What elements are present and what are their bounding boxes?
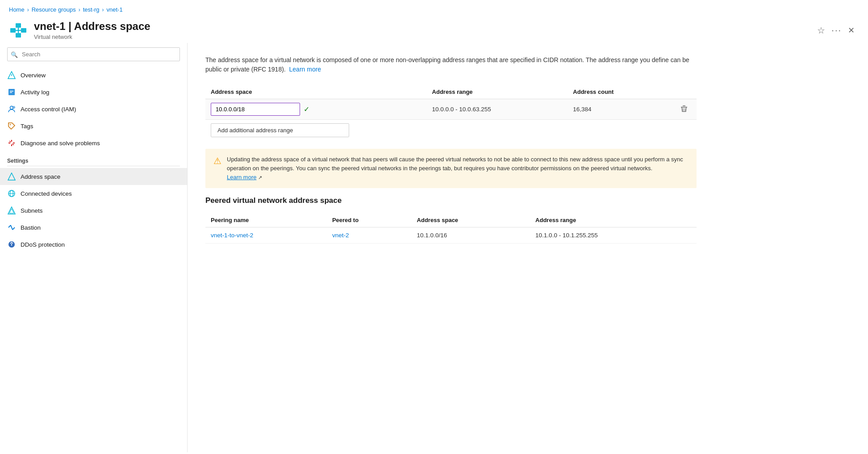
peered-address-range-cell: 10.1.0.0 - 10.1.255.255 <box>530 227 697 244</box>
peered-section: Peered virtual network address space Pee… <box>205 196 697 244</box>
col-address-range: Address range <box>427 85 568 99</box>
svg-rect-1 <box>16 33 21 38</box>
address-table: Address space Address range Address coun… <box>205 85 697 141</box>
address-count-cell: 16,384 <box>568 99 672 120</box>
svg-rect-0 <box>16 23 21 28</box>
svg-line-28 <box>8 225 11 227</box>
address-space-input[interactable] <box>211 103 300 116</box>
peering-name-link[interactable]: vnet-1-to-vnet-2 <box>211 232 253 239</box>
peered-col-name: Peering name <box>205 213 327 227</box>
peered-col-address-range: Address range <box>530 213 697 227</box>
svg-line-29 <box>11 225 13 230</box>
more-options-button[interactable]: ··· <box>831 25 842 35</box>
sidebar-item-connected-devices[interactable]: Connected devices <box>0 185 187 202</box>
sidebar-item-ddos[interactable]: DDoS protection <box>0 236 187 253</box>
page-header: vnet-1 | Address space Virtual network ☆… <box>0 17 868 43</box>
resource-icon <box>9 21 28 40</box>
overview-label: Overview <box>21 72 46 79</box>
search-input[interactable] <box>7 47 180 61</box>
search-icon: 🔍 <box>11 51 18 58</box>
svg-line-21 <box>13 144 14 145</box>
warning-icon: ⚠ <box>213 156 221 182</box>
col-actions <box>672 85 697 99</box>
peered-to-link[interactable]: vnet-2 <box>332 232 349 239</box>
main-layout: 🔍 Overview Activity log Access control (… <box>0 43 868 452</box>
add-address-range-button[interactable]: Add additional address range <box>211 123 349 137</box>
description-text: The address space for a virtual network … <box>205 55 697 74</box>
warning-text: Updating the address space of a virtual … <box>227 155 689 182</box>
subnets-label: Subnets <box>21 207 43 214</box>
sidebar: 🔍 Overview Activity log Access control (… <box>0 43 188 452</box>
iam-label: Access control (IAM) <box>21 106 76 113</box>
peered-to-cell: vnet-2 <box>327 227 412 244</box>
breadcrumb-test-rg[interactable]: test-rg <box>83 6 100 13</box>
col-address-space: Address space <box>205 85 427 99</box>
address-range-cell: 10.0.0.0 - 10.0.63.255 <box>427 99 568 120</box>
svg-rect-2 <box>10 28 16 33</box>
activity-log-icon <box>7 88 16 97</box>
peering-name-cell: vnet-1-to-vnet-2 <box>205 227 327 244</box>
svg-line-30 <box>13 227 15 230</box>
search-container: 🔍 <box>7 47 180 61</box>
iam-icon <box>7 105 16 114</box>
peered-table: Peering name Peered to Address space Add… <box>205 213 697 244</box>
bastion-icon <box>7 223 16 232</box>
resource-type: Virtual network <box>34 34 806 40</box>
peered-col-address-space: Address space <box>412 213 530 227</box>
main-content: The address space for a virtual network … <box>188 43 868 452</box>
subnets-icon <box>7 206 16 215</box>
table-row: ✓ 10.0.0.0 - 10.0.63.255 16,384 <box>205 99 697 120</box>
address-space-label: Address space <box>21 173 60 180</box>
peered-address-space-cell: 10.1.0.0/16 <box>412 227 530 244</box>
activity-log-label: Activity log <box>21 89 50 96</box>
sidebar-item-subnets[interactable]: Subnets <box>0 202 187 219</box>
svg-rect-34 <box>683 105 685 106</box>
svg-rect-10 <box>8 89 15 95</box>
tags-icon <box>7 122 16 130</box>
peered-section-title: Peered virtual network address space <box>205 196 697 205</box>
learn-more-header-link[interactable]: Learn more <box>289 66 321 73</box>
sidebar-item-bastion[interactable]: Bastion <box>0 219 187 236</box>
sidebar-item-address-space[interactable]: Address space <box>0 168 187 185</box>
add-range-row: Add additional address range <box>205 120 697 141</box>
warning-box: ⚠ Updating the address space of a virtua… <box>205 149 697 188</box>
sidebar-item-overview[interactable]: Overview <box>0 67 187 84</box>
page-title: vnet-1 | Address space <box>34 20 806 33</box>
sidebar-item-activity-log[interactable]: Activity log <box>0 84 187 101</box>
learn-more-warning-link[interactable]: Learn more <box>227 174 256 181</box>
diagnose-label: Diagnose and solve problems <box>21 140 100 147</box>
overview-icon <box>7 71 16 80</box>
favorite-button[interactable]: ☆ <box>817 25 825 36</box>
breadcrumb: Home › Resource groups › test-rg › vnet-… <box>0 0 868 17</box>
peered-table-row: vnet-1-to-vnet-2 vnet-2 10.1.0.0/16 10.1… <box>205 227 697 244</box>
svg-point-13 <box>10 106 13 109</box>
breadcrumb-vnet1[interactable]: vnet-1 <box>107 6 123 13</box>
valid-check-icon: ✓ <box>304 105 309 114</box>
svg-rect-33 <box>681 107 687 108</box>
ddos-label: DDoS protection <box>21 241 65 248</box>
connected-devices-label: Connected devices <box>21 190 72 197</box>
settings-divider <box>7 166 180 166</box>
delete-address-button[interactable] <box>677 103 691 116</box>
sidebar-item-iam[interactable]: Access control (IAM) <box>0 101 187 118</box>
col-address-count: Address count <box>568 85 672 99</box>
settings-section-label: Settings <box>0 151 187 166</box>
ddos-icon <box>7 240 16 249</box>
svg-point-15 <box>10 124 11 125</box>
delete-cell <box>672 99 697 120</box>
external-link-icon: ↗ <box>258 175 262 180</box>
sidebar-item-tags[interactable]: Tags <box>0 118 187 135</box>
breadcrumb-home[interactable]: Home <box>9 6 25 13</box>
peered-col-peered-to: Peered to <box>327 213 412 227</box>
address-space-icon <box>7 172 16 181</box>
sidebar-item-diagnose[interactable]: Diagnose and solve problems <box>0 135 187 151</box>
address-space-cell: ✓ <box>205 99 427 120</box>
tags-label: Tags <box>21 123 33 130</box>
diagnose-icon <box>7 139 16 147</box>
bastion-label: Bastion <box>21 224 41 231</box>
svg-marker-22 <box>8 173 15 180</box>
connected-devices-icon <box>7 189 16 198</box>
svg-rect-3 <box>21 28 26 33</box>
breadcrumb-resource-groups[interactable]: Resource groups <box>32 6 76 13</box>
close-button[interactable]: ✕ <box>848 25 859 35</box>
